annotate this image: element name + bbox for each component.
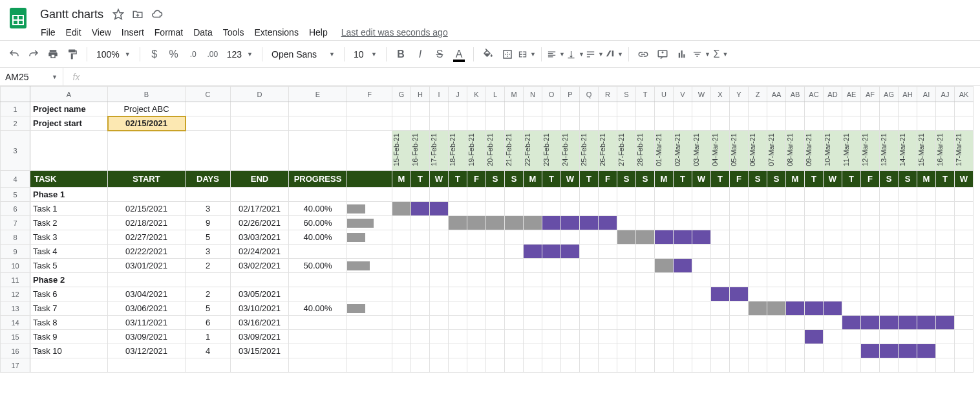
col-header-Q[interactable]: Q — [580, 87, 599, 102]
task-end[interactable]: 03/05/2021 — [231, 287, 289, 301]
task-progress[interactable] — [289, 330, 347, 344]
project-start-value[interactable]: 02/15/2021 — [108, 116, 186, 131]
day-letter[interactable]: S — [486, 171, 505, 188]
col-header-AI[interactable]: AI — [917, 87, 936, 102]
task-start[interactable]: 03/11/2021 — [108, 316, 186, 330]
task-end[interactable] — [231, 273, 289, 287]
progress-bar[interactable] — [347, 301, 392, 316]
col-header-C[interactable]: C — [186, 87, 231, 102]
task-name[interactable]: Task 8 — [30, 316, 108, 330]
date-header[interactable]: 07-Mar-21 — [767, 131, 786, 171]
date-header[interactable]: 25-Feb-21 — [580, 131, 599, 171]
col-header-X[interactable]: X — [711, 87, 730, 102]
task-name[interactable]: Task 4 — [30, 245, 108, 259]
date-header[interactable]: 15-Mar-21 — [917, 131, 936, 171]
row-header-7[interactable]: 7 — [1, 216, 30, 230]
print-button[interactable] — [44, 45, 62, 63]
row-header-5[interactable]: 5 — [1, 188, 30, 202]
text-color-button[interactable]: A — [450, 45, 468, 63]
number-format-select[interactable]: 123▼ — [223, 45, 257, 63]
task-end[interactable]: 02/17/2021 — [231, 202, 289, 216]
th-task[interactable]: TASK — [30, 171, 108, 188]
day-letter[interactable]: T — [936, 171, 955, 188]
task-progress[interactable] — [289, 344, 347, 358]
day-letter[interactable]: T — [842, 171, 861, 188]
task-days[interactable]: 1 — [186, 330, 231, 344]
currency-button[interactable]: $ — [145, 45, 164, 63]
gantt-cell[interactable] — [505, 216, 524, 230]
row-header-11[interactable]: 11 — [1, 273, 30, 287]
col-header-AA[interactable]: AA — [767, 87, 786, 102]
col-header-AF[interactable]: AF — [861, 87, 880, 102]
row-header-16[interactable]: 16 — [1, 344, 30, 358]
date-header[interactable]: 26-Feb-21 — [599, 131, 617, 171]
day-letter[interactable]: W — [955, 171, 974, 188]
rotate-button[interactable]: ▼ — [605, 45, 623, 63]
gantt-cell[interactable] — [561, 245, 580, 259]
th-end[interactable]: END — [231, 171, 289, 188]
day-letter[interactable]: M — [786, 171, 805, 188]
task-start[interactable]: 02/22/2021 — [108, 245, 186, 259]
italic-button[interactable]: I — [411, 45, 429, 63]
date-header[interactable]: 17-Mar-21 — [955, 131, 974, 171]
row-header-10[interactable]: 10 — [1, 259, 30, 273]
task-days[interactable]: 2 — [186, 287, 231, 301]
gantt-cell[interactable] — [805, 330, 824, 344]
task-progress[interactable] — [289, 316, 347, 330]
col-header-AB[interactable]: AB — [786, 87, 805, 102]
menu-file[interactable]: File — [36, 25, 60, 40]
task-days[interactable]: 9 — [186, 216, 231, 230]
date-header[interactable]: 15-Feb-21 — [392, 131, 411, 171]
percent-button[interactable]: % — [165, 45, 183, 63]
day-letter[interactable]: F — [861, 171, 880, 188]
col-header-AK[interactable]: AK — [955, 87, 974, 102]
gantt-cell[interactable] — [767, 301, 786, 316]
col-header-S[interactable]: S — [617, 87, 636, 102]
gantt-cell[interactable] — [430, 202, 449, 216]
row-header-13[interactable]: 13 — [1, 301, 30, 316]
gantt-cell[interactable] — [899, 344, 917, 358]
task-end[interactable]: 03/16/2021 — [231, 316, 289, 330]
row-header-6[interactable]: 6 — [1, 202, 30, 216]
date-header[interactable]: 20-Feb-21 — [486, 131, 505, 171]
task-start[interactable]: 03/01/2021 — [108, 259, 186, 273]
task-name[interactable]: Phase 2 — [30, 273, 108, 287]
gantt-cell[interactable] — [655, 259, 674, 273]
task-days[interactable] — [186, 273, 231, 287]
gantt-cell[interactable] — [861, 316, 880, 330]
col-header-F[interactable]: F — [347, 87, 392, 102]
gantt-cell[interactable] — [861, 344, 880, 358]
last-edit[interactable]: Last edit was seconds ago — [341, 27, 448, 38]
gantt-cell[interactable] — [636, 230, 655, 245]
col-header-AC[interactable]: AC — [805, 87, 824, 102]
date-header[interactable]: 08-Mar-21 — [786, 131, 805, 171]
gantt-cell[interactable] — [617, 230, 636, 245]
filter-button[interactable]: ▼ — [692, 45, 710, 63]
gantt-cell[interactable] — [674, 259, 692, 273]
day-letter[interactable]: W — [824, 171, 842, 188]
gantt-cell[interactable] — [786, 301, 805, 316]
task-end[interactable]: 03/02/2021 — [231, 259, 289, 273]
task-end[interactable]: 03/10/2021 — [231, 301, 289, 316]
task-start[interactable] — [108, 188, 186, 202]
comment-button[interactable] — [654, 45, 672, 63]
col-header-W[interactable]: W — [692, 87, 711, 102]
col-header-A[interactable]: A — [30, 87, 108, 102]
col-header-O[interactable]: O — [542, 87, 561, 102]
paint-format-button[interactable] — [63, 45, 81, 63]
menu-extensions[interactable]: Extensions — [250, 25, 303, 40]
col-header-Z[interactable]: Z — [749, 87, 767, 102]
day-letter[interactable]: W — [561, 171, 580, 188]
project-name-value[interactable]: Project ABC — [108, 102, 186, 116]
menu-data[interactable]: Data — [189, 25, 217, 40]
progress-bar[interactable] — [347, 216, 392, 230]
col-header-U[interactable]: U — [655, 87, 674, 102]
functions-button[interactable]: Σ▼ — [712, 45, 730, 63]
day-letter[interactable]: F — [467, 171, 486, 188]
day-letter[interactable]: T — [805, 171, 824, 188]
gantt-cell[interactable] — [411, 202, 430, 216]
borders-button[interactable] — [498, 45, 517, 63]
row-header-14[interactable]: 14 — [1, 316, 30, 330]
gantt-cell[interactable] — [842, 316, 861, 330]
date-header[interactable]: 11-Mar-21 — [842, 131, 861, 171]
